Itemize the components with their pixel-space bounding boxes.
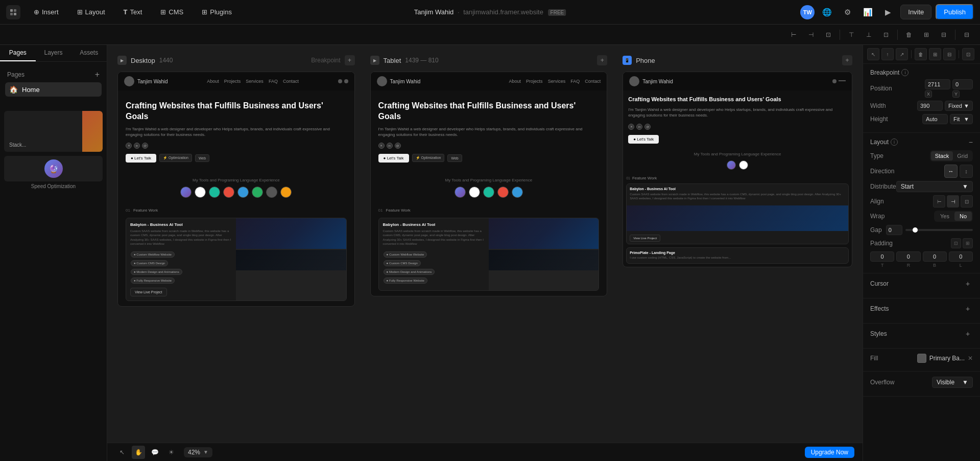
overflow-select[interactable]: Visible ▼ (932, 377, 973, 388)
align-c-btn[interactable]: ⊣ (947, 195, 959, 208)
effects-add-btn[interactable]: + (963, 304, 973, 314)
upgrade-button[interactable]: Upgrade Now (805, 447, 854, 458)
wrap-no-btn[interactable]: No (954, 212, 972, 221)
width-input[interactable] (917, 101, 943, 111)
add-breakpoint-tablet[interactable]: + (597, 55, 607, 65)
light-tool[interactable]: ☀ (164, 446, 178, 459)
dir-vertical-btn[interactable]: ↕ (960, 165, 973, 178)
site-nav-desktop: Tanjim Wahid About Projects Services FAQ… (118, 72, 354, 90)
tag-4: ● Fully Responsive Website (131, 278, 175, 284)
layout-collapse-icon[interactable]: − (969, 138, 973, 146)
padding-t-input[interactable] (870, 251, 894, 262)
phone-header: 📱 Phone + (623, 55, 852, 67)
panel-dist-h[interactable]: ⊟ (943, 48, 955, 60)
settings-icon[interactable]: ⚙ (839, 4, 855, 20)
home-icon: 🏠 (9, 85, 18, 94)
topbar-right: TW 🌐 ⚙ 📊 ▶ Invite Publish (800, 4, 974, 20)
align-center-h-icon[interactable]: ⊣ (804, 28, 818, 42)
align-right-icon[interactable]: ⊡ (821, 28, 835, 42)
cta-phone[interactable]: ● Let's Talk (628, 135, 659, 144)
cursor-heading: Cursor (870, 280, 889, 287)
align-r-btn[interactable]: ⊡ (961, 195, 973, 208)
height-mode-select[interactable]: Fit ▼ (950, 114, 973, 124)
padding-l-input[interactable] (949, 251, 973, 262)
comment-tool[interactable]: 💬 (148, 446, 161, 459)
cms-button[interactable]: ⊞ CMS (155, 6, 188, 18)
tab-layers[interactable]: Layers (36, 45, 71, 61)
position-x-input[interactable] (925, 79, 950, 89)
play-icon[interactable]: ▶ (880, 4, 896, 20)
desktop-play-icon[interactable]: ▶ (117, 56, 127, 65)
phone-frame: Tanjim Wahid Crafting Websites that Fulf… (623, 72, 852, 267)
nav-dot-2 (344, 79, 348, 83)
panel-more[interactable]: ⊡ (962, 48, 974, 60)
layout-button[interactable]: ⊞ Layout (72, 6, 110, 18)
tab-assets[interactable]: Assets (71, 45, 107, 61)
align-center-v-icon[interactable]: ⊥ (862, 28, 876, 42)
distribute-v-icon[interactable]: ⊞ (919, 28, 934, 42)
tool-1 (180, 187, 192, 198)
text-button[interactable]: T Text (118, 6, 148, 18)
cursor-add-btn[interactable]: + (963, 279, 973, 289)
phone-icon[interactable]: 📱 (623, 56, 632, 65)
tab-pages[interactable]: Pages (0, 45, 36, 61)
wrap-yes-btn[interactable]: Yes (935, 212, 954, 221)
width-mode-select[interactable]: Fixed ▼ (945, 101, 973, 111)
distribute-select[interactable]: Start ▼ (896, 181, 973, 192)
padding-b-input[interactable] (923, 251, 947, 262)
more-align-icon[interactable]: ⊟ (960, 28, 974, 42)
styles-add-btn[interactable]: + (963, 329, 973, 339)
info-icon-bp[interactable]: i (901, 69, 909, 76)
cta-tablet[interactable]: ● Let's Talk (378, 154, 409, 163)
stack-btn[interactable]: Stack (931, 151, 953, 160)
insert-button[interactable]: ⊕ Insert (29, 6, 64, 18)
padding-r-input[interactable] (896, 251, 920, 262)
panel-align-tc[interactable]: ↑ (881, 48, 894, 60)
view-project-phone[interactable]: View Live Project (630, 235, 660, 242)
canvas: ▶ Desktop 1440 Breakpoint + Tanjim Wahid (107, 45, 863, 461)
add-breakpoint-desktop[interactable]: + (345, 55, 355, 65)
cta-button-desktop[interactable]: ● Let's Talk (126, 154, 156, 163)
user-avatar[interactable]: TW (800, 5, 815, 19)
align-l-btn[interactable]: ⊢ (933, 195, 945, 208)
panel-styles: Styles + (863, 324, 980, 349)
fill-swatch[interactable] (917, 354, 926, 363)
topbar: ⊕ Insert ⊞ Layout T Text ⊞ CMS ⊞ Plugins… (0, 0, 980, 25)
dir-horizontal-btn[interactable]: ↔ (944, 165, 958, 178)
tablet-play-icon[interactable]: ▶ (370, 56, 379, 65)
globe-icon[interactable]: 🌐 (819, 4, 835, 20)
delete-icon[interactable]: 🗑 (902, 28, 916, 42)
distribute-h-icon[interactable]: ⊟ (937, 28, 951, 42)
position-y-input[interactable] (952, 79, 973, 89)
panel-align-tr[interactable]: ↗ (896, 48, 908, 60)
page-item-home[interactable]: 🏠 Home (5, 82, 102, 97)
add-breakpoint-phone[interactable]: + (842, 55, 852, 65)
add-page-button[interactable]: + (95, 70, 100, 79)
plugins-button[interactable]: ⊞ Plugins (197, 6, 237, 18)
info-icon-layout[interactable]: i (891, 139, 898, 146)
panel-align-tl[interactable]: ↖ (867, 48, 879, 60)
padding-link-icon[interactable]: ⊡ (951, 238, 961, 248)
publish-button[interactable]: Publish (936, 4, 974, 20)
padding-label: Padding (870, 240, 893, 247)
fill-close-btn[interactable]: ✕ (968, 355, 973, 362)
invite-button[interactable]: Invite (900, 5, 931, 19)
gap-slider[interactable] (905, 229, 973, 231)
hand-tool[interactable]: ✋ (132, 446, 145, 459)
select-tool[interactable]: ↖ (115, 446, 129, 459)
gap-input[interactable] (886, 225, 902, 235)
height-value-select[interactable]: Auto (922, 114, 948, 124)
align-bottom-icon[interactable]: ⊡ (879, 28, 893, 42)
app-logo[interactable] (6, 5, 20, 19)
social-linkedin-icon: in (134, 143, 140, 149)
grid-btn[interactable]: Grid (953, 151, 972, 160)
align-top-icon[interactable]: ⊤ (844, 28, 858, 42)
zoom-control[interactable]: 42% ▼ (184, 447, 212, 457)
view-project-desktop[interactable]: View Live Project (130, 288, 167, 296)
padding-expand-icon[interactable]: ⊞ (963, 238, 973, 248)
panel-delete-btn[interactable]: 🗑 (915, 48, 927, 60)
align-left-icon[interactable]: ⊢ (786, 28, 801, 42)
panel-dist-v[interactable]: ⊞ (929, 48, 941, 60)
app-title: Tanjim Wahid · tanjimwahid.framer.websit… (414, 8, 566, 16)
chart-icon[interactable]: 📊 (859, 4, 876, 20)
